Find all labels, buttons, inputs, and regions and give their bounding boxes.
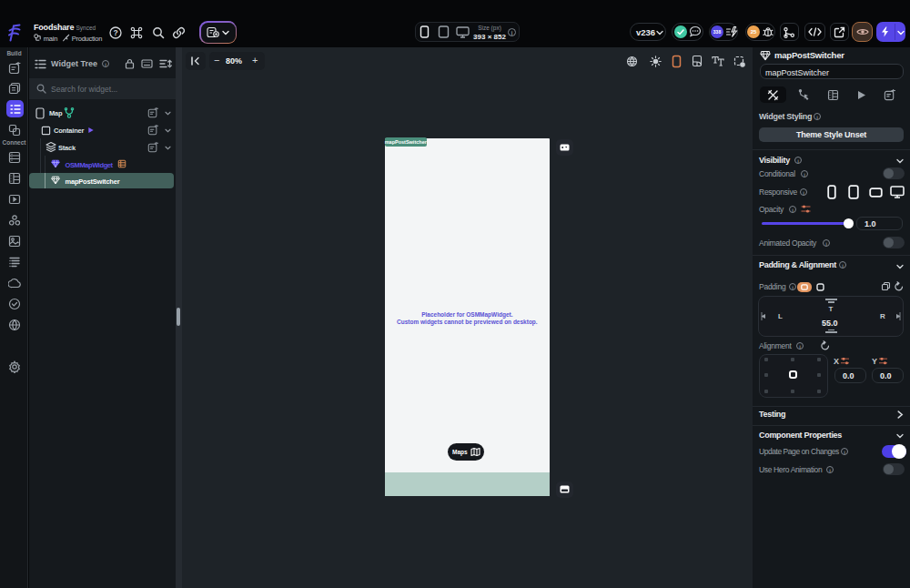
svg-text:?: ? (113, 28, 117, 37)
